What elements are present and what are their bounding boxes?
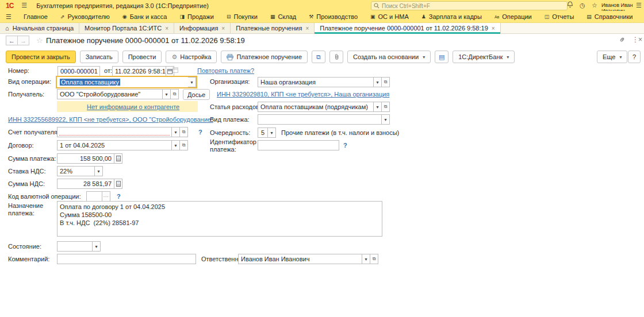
copy-link-icon[interactable] (619, 36, 626, 44)
dropdown-icon[interactable] (374, 102, 382, 112)
purpose-textarea[interactable]: Оплата по договору 1 от 04.04.2025 Сумма… (57, 201, 382, 237)
window-menu-icon[interactable]: ☰ (21, 2, 27, 9)
no-counterparty-info-link[interactable]: Нет информации о контрагенте (87, 103, 179, 110)
calculator-icon[interactable] (114, 153, 122, 164)
create-based-on-button[interactable]: Создать на основании (347, 51, 431, 63)
post-button[interactable]: Провести (122, 51, 162, 63)
choose-ellipsis-icon[interactable] (102, 191, 110, 202)
tab-its-monitor[interactable]: Монитор Портала 1С:ИТС× (79, 23, 174, 33)
calculator-icon[interactable] (114, 179, 122, 189)
back-button[interactable]: ← (6, 36, 18, 45)
payee-inn-link[interactable]: ИНН 332255689922, КПП <не требуется>, ОО… (8, 116, 213, 123)
expense-item-field[interactable]: Оплата поставщикам (подрядчикам) ⧉ (258, 102, 390, 112)
notifications-bell-icon[interactable] (567, 1, 573, 9)
operation-type-field[interactable]: Оплата поставщику (56, 76, 197, 88)
close-icon[interactable]: × (492, 25, 495, 32)
exchange-documents-button[interactable]: ⧉ (312, 51, 325, 63)
payee-field[interactable]: ООО "Стройоборудование" ⧉ (57, 89, 179, 99)
dropdown-icon[interactable] (95, 166, 103, 176)
help-button[interactable]: ? (628, 51, 641, 63)
menu-item-bank-kassa[interactable]: ◉Банк и касса (116, 11, 174, 22)
close-form-icon[interactable]: × (638, 36, 642, 44)
dropdown-icon[interactable] (163, 89, 171, 99)
dossier-button[interactable]: Досье (183, 89, 210, 100)
global-search-input[interactable]: Поиск Ctrl+Shift+F (371, 1, 568, 10)
close-icon[interactable]: × (305, 25, 309, 32)
post-and-close-button[interactable]: Провести и закрыть (6, 51, 76, 63)
favorites-star-icon[interactable]: ☆ (592, 2, 597, 9)
tab-platezhnoe-poruchenie-active[interactable]: Платежное поручение 0000-000001 от 11.02… (315, 23, 500, 33)
repeat-payment-link[interactable]: Повторять платеж? (197, 67, 254, 74)
organization-field[interactable]: Наша организация ⧉ (258, 77, 390, 87)
menu-item-glavnoe[interactable]: Главное (17, 11, 54, 22)
tab-informaciya[interactable]: Информация× (174, 23, 231, 33)
menu-item-os-nma[interactable]: ▣ОС и НМА (364, 11, 415, 22)
menu-item-otchety[interactable]: ◫Отчеты (538, 11, 581, 22)
number-field[interactable]: 0000-000001 (57, 66, 100, 76)
payment-kind-field[interactable] (258, 114, 390, 125)
open-item-icon[interactable]: ⧉ (180, 140, 188, 150)
currency-code-field[interactable] (86, 191, 110, 202)
open-item-icon[interactable]: ⧉ (382, 77, 390, 87)
directbank-button[interactable]: 1С:ДиректБанк (453, 51, 515, 63)
history-icon[interactable]: ◷ (580, 2, 585, 9)
state-field[interactable] (57, 241, 101, 252)
menu-item-proizvodstvo[interactable]: ⚒Производство (302, 11, 364, 22)
menu-item-administrirovanie[interactable]: ⚙Администрирование (639, 11, 644, 22)
settings-button[interactable]: ⚙Настройка (166, 51, 217, 63)
payment-id-field[interactable] (258, 140, 339, 150)
contract-field[interactable]: 1 от 04.04.2025 ⧉ (57, 140, 188, 150)
payment-id-help[interactable]: ? (343, 142, 347, 149)
payee-account-field[interactable]: ⧉ (57, 127, 188, 137)
user-menu-icon[interactable]: ☰ (636, 2, 642, 9)
open-item-icon[interactable]: ⧉ (382, 102, 390, 112)
print-payment-order-button[interactable]: Платежное поручение (221, 51, 308, 63)
payment-order-form: Номер: 0000-000001 от: 11.02.2026 9:58:1… (0, 64, 644, 317)
dropdown-icon[interactable] (362, 254, 370, 264)
save-button[interactable]: Записать (80, 51, 118, 63)
menu-item-operacii[interactable]: АвОперации (488, 11, 538, 22)
vat-rate-field[interactable]: 22% (57, 166, 103, 176)
open-item-icon[interactable]: ⧉ (180, 127, 188, 137)
favorite-star-icon[interactable]: ☆ (36, 36, 43, 45)
menu-item-spravochniki[interactable]: ▤Справочники (580, 11, 639, 22)
payment-kind-label: Вид платежа: (210, 116, 250, 123)
open-item-icon[interactable]: ⧉ (370, 254, 378, 264)
tab-home[interactable]: ⌂ Начальная страница (0, 23, 79, 33)
fixed-assets-truck-icon: ▣ (370, 14, 375, 20)
priority-field[interactable]: 5 (258, 127, 276, 138)
dropdown-icon[interactable] (374, 77, 382, 87)
sections-panel-icon[interactable]: ☰ (0, 13, 17, 21)
dropdown-icon[interactable] (382, 114, 390, 125)
menu-item-zarplata-kadry[interactable]: ♟Зарплата и кадры (415, 11, 488, 22)
menu-item-rukovoditelyu[interactable]: ⇗Руководителю (54, 11, 116, 22)
required-marker (59, 135, 170, 136)
forward-button[interactable]: → (17, 36, 29, 45)
menu-item-sklad[interactable]: ▦Склад (264, 11, 302, 22)
responsible-field[interactable]: Иванов Иван Иванович ⧉ (238, 254, 378, 264)
dropdown-icon[interactable] (268, 127, 276, 138)
dropdown-icon[interactable] (172, 140, 180, 150)
gear-icon: ⚙ (171, 53, 177, 61)
date-field[interactable]: 11.02.2026 9:58:19 (112, 66, 174, 76)
more-button[interactable]: Еще (597, 51, 627, 63)
exchange-documents-icon: ⧉ (316, 53, 321, 61)
tab-platezhnye-porucheniya[interactable]: Платежные поручения× (231, 23, 315, 33)
register-records-icon: ▤ (439, 53, 444, 61)
register-records-button[interactable]: ▤ (435, 51, 448, 63)
close-icon[interactable]: × (165, 25, 168, 32)
close-icon[interactable]: × (221, 25, 225, 32)
comment-field[interactable] (57, 254, 196, 264)
amount-field[interactable]: 158 500,00 (57, 153, 122, 164)
menu-item-pokupki[interactable]: ⊟Покупки (220, 11, 264, 22)
currency-code-help[interactable]: ? (117, 193, 121, 200)
organization-inn-link[interactable]: ИНН 3329029810, КПП <не требуется>, Наша… (217, 91, 389, 98)
menu-item-prodazhi[interactable]: ◨Продажи (173, 11, 220, 22)
vat-amount-field[interactable]: 28 581,97 (57, 179, 122, 189)
open-item-icon[interactable]: ⧉ (171, 89, 179, 99)
dropdown-icon[interactable] (172, 127, 180, 137)
attachments-button[interactable] (329, 51, 343, 63)
payee-account-help[interactable]: ? (198, 129, 202, 136)
dropdown-icon[interactable] (93, 241, 101, 252)
dropdown-icon[interactable] (188, 77, 196, 87)
